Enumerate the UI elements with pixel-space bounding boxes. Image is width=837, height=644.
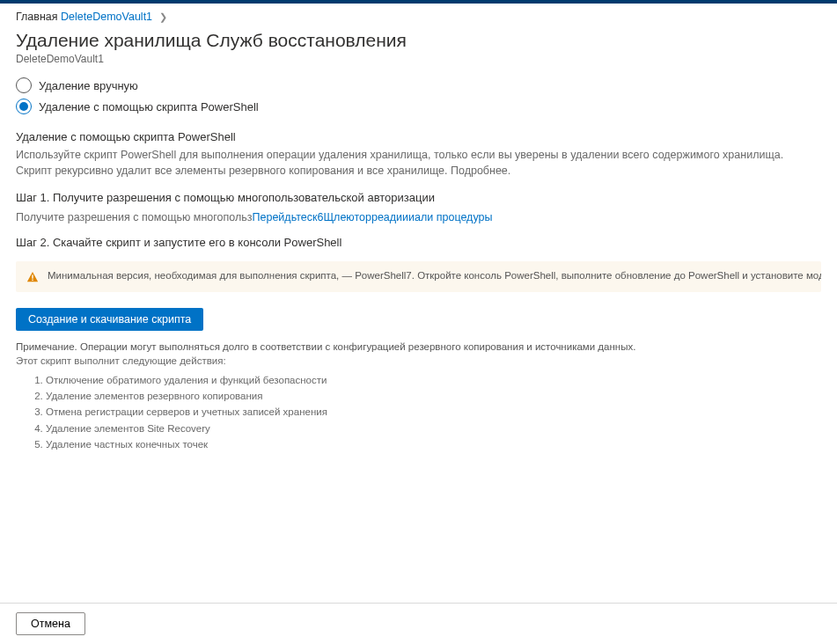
radio-icon-selected [16,99,32,114]
warning-icon [26,271,39,283]
generate-script-button[interactable]: Создание и скачивание скрипта [16,308,203,331]
svg-rect-0 [32,275,33,279]
page-title: Удаление хранилища Служб восстановления [0,26,837,53]
list-item: Отключение обратимого удаления и функций… [46,373,821,387]
main-content: Удаление вручную Удаление с помощью скри… [0,77,837,603]
chevron-right-icon: ❯ [159,11,167,23]
step1-link-end[interactable]: али процедуры [415,211,492,223]
svg-rect-1 [32,280,33,281]
cancel-button[interactable]: Отмена [16,612,85,635]
section-heading: Удаление с помощью скрипта PowerShell [16,130,821,143]
breadcrumb: Главная DeleteDemoVault1 ❯ [0,4,837,26]
page-subtitle: DeleteDemoVault1 [0,53,837,77]
radio-icon [16,77,32,93]
breadcrumb-home[interactable]: Главная [16,11,58,23]
step2-title: Шаг 2. Скачайте скрипт и запустите его в… [16,236,821,249]
radio-label-manual: Удаление вручную [39,79,138,92]
list-item: Удаление элементов Site Recovery [46,421,821,435]
warning-alert: Минимальная версия, необходимая для выпо… [16,261,821,292]
footer-bar: Отмена [0,603,837,644]
step1-link-mid[interactable]: Перейдьтеск6Щлеюторреадиии [253,211,415,223]
list-item: Удаление частных конечных точек [46,437,821,451]
section-description: Используйте скрипт PowerShell для выполн… [16,147,821,179]
radio-label-powershell: Удаление с помощью скрипта PowerShell [39,100,259,113]
breadcrumb-current-link[interactable]: DeleteDemoVault1 [61,11,152,23]
step1-body: Получите разрешения с помощью многопольз… [16,211,821,223]
actions-list: Отключение обратимого удаления и функций… [46,373,821,450]
note-line1: Примечание. Операции могут выполняться д… [16,341,821,352]
radio-option-powershell[interactable]: Удаление с помощью скрипта PowerShell [16,99,821,114]
list-item: Удаление элементов резервного копировани… [46,389,821,403]
radio-option-manual[interactable]: Удаление вручную [16,77,821,93]
step1-prefix: Получите разрешения с помощью многопольз [16,211,253,223]
warning-text: Минимальная версия, необходимая для выпо… [48,270,821,281]
step1-title: Шаг 1. Получите разрешения с помощью мно… [16,191,821,204]
list-item: Отмена регистрации серверов и учетных за… [46,405,821,419]
note-line2: Этот скрипт выполнит следующие действия: [16,355,821,366]
